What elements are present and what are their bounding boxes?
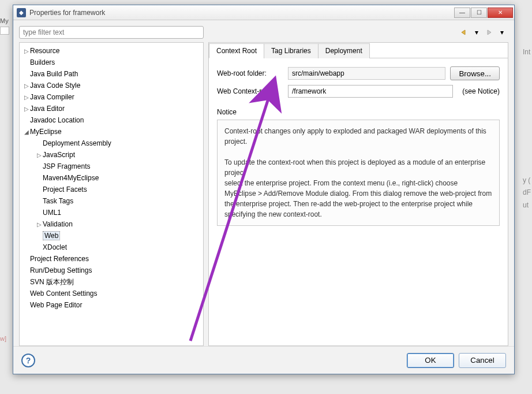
background-text: My w]	[0, 17, 9, 342]
tree-item-label: Validation	[43, 220, 73, 228]
tree-item-label: Run/Debug Settings	[30, 266, 92, 274]
tree-item[interactable]: Project References	[20, 253, 203, 265]
tree-item[interactable]: Web Page Editor	[20, 299, 203, 311]
tree-item[interactable]: Run/Debug Settings	[20, 265, 203, 276]
tree-item-label: Maven4MyEclipse	[43, 174, 99, 182]
cancel-button[interactable]: Cancel	[459, 353, 506, 368]
filter-input[interactable]	[19, 26, 204, 39]
back-dropdown-icon[interactable]: ▾	[471, 28, 482, 37]
forward-dropdown-icon[interactable]: ▾	[497, 28, 507, 37]
tab[interactable]: Deployment	[318, 43, 370, 58]
tree-item-label: JavaScript	[43, 151, 75, 159]
tree-expander-icon[interactable]: ▷	[36, 152, 43, 158]
tree-item-label: SVN 版本控制	[30, 277, 74, 287]
close-button[interactable]: ✕	[488, 8, 513, 18]
tree-item[interactable]: Javadoc Location	[20, 114, 203, 126]
forward-button[interactable]	[484, 28, 494, 37]
tree-expander-icon[interactable]: ▷	[23, 106, 30, 112]
tree-item[interactable]: XDoclet	[20, 241, 203, 253]
maximize-button[interactable]: ☐	[471, 8, 487, 18]
tree-item-label: Java Build Path	[30, 70, 78, 78]
tree-item[interactable]: ▷JavaScript	[20, 149, 203, 161]
tree-item-label: Web	[43, 231, 60, 240]
notice-line: To update the context-root when this pro…	[224, 157, 492, 178]
titlebar[interactable]: ◆ Properties for framework — ☐ ✕	[13, 5, 514, 20]
tree-item[interactable]: Web	[20, 230, 203, 241]
tree-expander-icon[interactable]: ▷	[36, 221, 43, 228]
tree-item-label: Task Tags	[43, 197, 73, 205]
nav-toolbar: ▾ ▾	[208, 26, 508, 39]
tree-item-label: Javadoc Location	[30, 116, 84, 124]
tree-item-label: Java Code Style	[30, 81, 80, 90]
tree-expander-icon[interactable]: ▷	[23, 94, 30, 101]
notice-label: Notice	[217, 108, 500, 116]
tree-item-label: Web Content Settings	[30, 289, 98, 298]
browse-button[interactable]: Browse...	[450, 66, 500, 80]
tree-item[interactable]: Project Facets	[20, 184, 203, 195]
tree-item[interactable]: Builders	[20, 57, 203, 68]
back-button[interactable]	[459, 28, 469, 37]
notice-box: Context-root changes only apply to explo…	[217, 120, 500, 226]
tree-item-label: Project Facets	[43, 185, 87, 194]
context-root-input[interactable]	[288, 85, 453, 98]
background-text-right: Int y ( dF ut	[523, 46, 532, 211]
tree-item[interactable]: ▷Validation	[20, 218, 203, 230]
notice-line: select the enterprise project. From the …	[224, 178, 492, 188]
tree-item-label: UML1	[43, 209, 61, 217]
tree-item-label: Builders	[30, 58, 55, 66]
button-bar: ? OK Cancel	[13, 346, 514, 374]
tree-item-label: Resource	[30, 47, 59, 55]
tree-expander-icon[interactable]: ▷	[23, 48, 30, 54]
tree-item[interactable]: Java Build Path	[20, 68, 203, 80]
tree-item[interactable]: Deployment Assembly	[20, 137, 203, 149]
help-button[interactable]: ?	[21, 354, 35, 367]
ok-button[interactable]: OK	[407, 353, 454, 368]
tree-expander-icon[interactable]: ▷	[23, 83, 30, 89]
minimize-button[interactable]: —	[454, 8, 470, 18]
tree-item[interactable]: UML1	[20, 207, 203, 218]
properties-dialog: ◆ Properties for framework — ☐ ✕ ▷Resour…	[13, 5, 515, 374]
tree-item[interactable]: Web Content Settings	[20, 288, 203, 299]
tab[interactable]: Tag Libraries	[264, 43, 319, 58]
tree-item-label: XDoclet	[43, 243, 67, 251]
webroot-input[interactable]	[288, 67, 445, 80]
app-icon: ◆	[17, 8, 26, 17]
tree-item[interactable]: ▷Java Code Style	[20, 80, 203, 91]
notice-line: MyEclipse > Add/Remove Module dialog. Fr…	[224, 188, 492, 199]
tab-bar: Context RootTag LibrariesDeployment	[209, 43, 508, 58]
tree-item[interactable]: SVN 版本控制	[20, 276, 203, 288]
notice-line: Context-root changes only apply to explo…	[224, 126, 492, 147]
tab[interactable]: Context Root	[209, 43, 264, 58]
tree-item-label: JSP Fragments	[43, 162, 90, 170]
tree-item[interactable]: Task Tags	[20, 195, 203, 207]
tree-item[interactable]: ▷Java Editor	[20, 103, 203, 114]
window-title: Properties for framework	[29, 9, 454, 17]
tree-item[interactable]: ▷Resource	[20, 45, 203, 57]
tree-item-label: Web Page Editor	[30, 301, 83, 309]
tree-item-label: Project References	[30, 255, 89, 263]
context-suffix: (see Notice)	[462, 87, 500, 95]
tree-item-label: Deployment Assembly	[43, 139, 111, 147]
tree-item[interactable]: ◢MyEclipse	[20, 126, 203, 137]
tree-item[interactable]: JSP Fragments	[20, 161, 203, 172]
context-root-label: Web Context-root	[217, 87, 283, 95]
tree-item-label: MyEclipse	[30, 128, 62, 136]
tab-content: Web-root folder: Browse... Web Context-r…	[209, 58, 508, 345]
tree-expander-icon[interactable]: ◢	[23, 129, 30, 135]
tree-item[interactable]: Maven4MyEclipse	[20, 172, 203, 184]
tree-item[interactable]: ▷Java Compiler	[20, 91, 203, 103]
category-tree[interactable]: ▷ResourceBuildersJava Build Path▷Java Co…	[19, 42, 204, 346]
notice-line: the enterprise project. Then re-add the …	[224, 199, 492, 220]
webroot-label: Web-root folder:	[217, 69, 283, 77]
tree-item-label: Java Compiler	[30, 93, 74, 101]
tree-item-label: Java Editor	[30, 105, 65, 113]
